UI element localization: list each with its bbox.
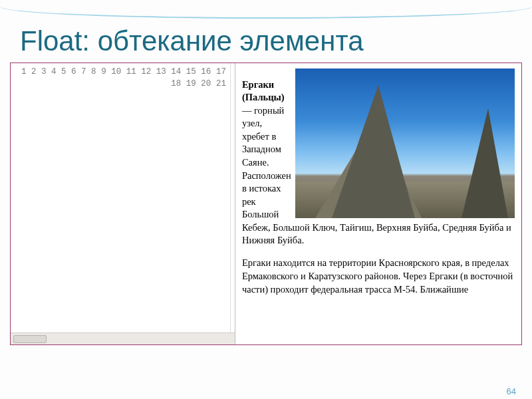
scrollbar-thumb[interactable] xyxy=(13,335,47,343)
mountain-image xyxy=(295,68,515,218)
horizontal-scrollbar[interactable] xyxy=(11,332,235,344)
code-area: 1 2 3 4 5 6 7 8 9 10 11 12 13 14 15 16 1… xyxy=(11,63,235,332)
code-content[interactable]: <html> <head> <style type='text/css'> .f… xyxy=(231,63,235,332)
line-number-gutter: 1 2 3 4 5 6 7 8 9 10 11 12 13 14 15 16 1… xyxy=(11,63,231,332)
code-editor: 1 2 3 4 5 6 7 8 9 10 11 12 13 14 15 16 1… xyxy=(11,63,235,344)
rendered-preview: Ергаки (Пальцы) — горный узел, хребет в … xyxy=(235,63,521,344)
example-panel: 1 2 3 4 5 6 7 8 9 10 11 12 13 14 15 16 1… xyxy=(10,63,522,345)
page-number: 64 xyxy=(507,386,516,396)
preview-paragraph-2: Ергаки находится на территории Красноярс… xyxy=(242,257,515,296)
preview-bold-title: Ергаки (Пальцы) xyxy=(242,79,285,103)
